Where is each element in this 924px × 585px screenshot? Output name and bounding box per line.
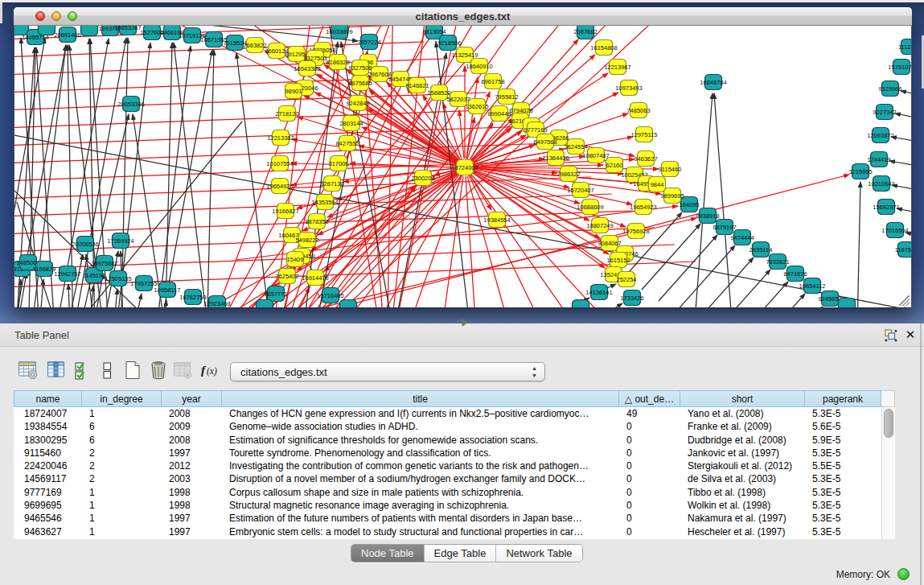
table-select-dropdown[interactable]: citations_edges.txt ▲▼ (230, 362, 545, 381)
graph-edge-citation (151, 50, 212, 308)
graph-node[interactable] (81, 26, 98, 36)
table-cell: 2012 (162, 459, 222, 472)
vertical-scrollbar[interactable] (881, 407, 895, 539)
toolbar-table-settings-icon[interactable] (16, 358, 40, 384)
graph-node-label: 2803144 (339, 120, 363, 127)
table-cell: 0 (619, 420, 680, 433)
table-cell: 1 (82, 512, 162, 525)
graph-node-label: 3215955 (848, 168, 872, 175)
graph-node-label: 18640910 (466, 63, 492, 70)
table-row[interactable]: 946554611997Estimation of the future num… (14, 512, 881, 525)
network-view-window: citations_edges.txt 14055714206914061993… (14, 7, 912, 308)
window-resize-grip[interactable] (899, 295, 910, 306)
table-row[interactable]: 969969511998Structural magnetic resonanc… (14, 499, 881, 512)
window-titlebar[interactable]: citations_edges.txt (14, 7, 912, 26)
toolbar-delete-trash-icon[interactable] (146, 358, 170, 384)
graph-node[interactable] (39, 26, 55, 35)
column-header-pagerank[interactable]: pagerank (805, 390, 881, 407)
table-cell: Estimation of significance thresholds fo… (222, 434, 619, 447)
graph-edge-citation (623, 212, 682, 278)
close-panel-icon[interactable]: ✕ (904, 328, 917, 341)
graph-node[interactable] (257, 300, 273, 309)
toolbar-row-boxes-icon[interactable] (96, 358, 120, 384)
graph-node[interactable] (573, 300, 589, 309)
graph-node-label: 9899695 (660, 192, 684, 200)
memory-ok-icon (897, 568, 910, 580)
graph-node-label: 12213382 (267, 134, 294, 142)
tab-network-table[interactable]: Network Table (496, 545, 581, 562)
toolbar-select-rows-icon[interactable] (72, 358, 96, 384)
table-row[interactable]: 1872400712008Changes of HCN gene express… (14, 407, 881, 420)
table-cell: 14569117 (14, 472, 82, 485)
table-toolbar: f(x) citations_edges.txt ▲▼ (0, 347, 924, 385)
graph-node-label: 19654923 (630, 204, 656, 211)
table-cell: 2 (82, 447, 162, 459)
column-header-name[interactable]: name (14, 390, 82, 407)
table-cell: 1997 (162, 512, 222, 525)
graph-node-label: 16154808 (590, 44, 617, 51)
table-cell: 1998 (162, 486, 222, 499)
graph-node-label: 8938918 (696, 212, 719, 220)
table-header-row: namein_degreeyeartitle△ out_de…shortpage… (14, 390, 881, 407)
graph-edge-citation (642, 224, 700, 290)
svg-text:f: f (201, 364, 207, 377)
toolbar-delete-table-disabled-icon[interactable] (170, 358, 195, 384)
graph-node-label: 2718120 (275, 110, 298, 117)
table-row[interactable]: 946362711997Embryonic stem cells: a mode… (14, 525, 881, 538)
column-header-short[interactable]: short (680, 390, 805, 407)
table-panel-title: Table Panel (14, 329, 69, 341)
graph-node-label: 8427552 (335, 140, 359, 147)
toolbar-new-document-icon[interactable] (121, 358, 145, 384)
graph-node-label: 9657771 (264, 290, 287, 298)
graph-edge-directed (459, 110, 464, 159)
float-panel-icon[interactable] (885, 329, 897, 342)
table-row[interactable]: 977716911998Corpus callosum shape and si… (14, 486, 881, 499)
graph-node-label: 12942757 (54, 270, 80, 278)
graph-node-label: 16648784 (700, 79, 726, 86)
table-cell: 9463627 (14, 525, 82, 538)
column-header-title[interactable]: title (222, 390, 619, 407)
graph-edge-citation (607, 284, 616, 288)
toolbar-table-columns-icon[interactable] (44, 358, 68, 384)
graph-node-label: 15692971 (873, 204, 899, 211)
graph-node-label: 20053346 (117, 101, 144, 108)
column-header-year[interactable]: year (162, 390, 222, 407)
table-cell: Changes of HCN gene expression and I(f) … (222, 407, 619, 420)
graph-node-label: 2087682 (573, 28, 597, 35)
table-row[interactable]: 1830029562008Estimation of significance … (14, 434, 881, 447)
table-row[interactable]: 2242004622012Investigating the contribut… (14, 459, 881, 472)
table-cell: Franke et al. (2009) (680, 420, 805, 433)
toolbar-function-fx-icon[interactable]: f(x) (198, 358, 222, 384)
table-row[interactable]: 911546021997Tourette syndrome. Phenomeno… (14, 447, 881, 459)
graph-node-label: 2300203 (411, 175, 434, 182)
column-header-in_degree[interactable]: in_degree (82, 390, 162, 407)
graph-node-label: 9844 (651, 181, 664, 188)
table-body: 1872400712008Changes of HCN gene express… (14, 407, 881, 539)
table-cell: Structural magnetic resonance image aver… (222, 499, 619, 512)
table-cell: 1 (82, 407, 162, 420)
table-cell: 5.3E-5 (805, 499, 881, 512)
graph-node-label: 19756928 (622, 228, 649, 235)
table-cell: Embryonic stem cells: a model to study s… (222, 525, 619, 538)
table-cell: Tibbo et al. (1998) (680, 486, 805, 499)
graph-node-label: 10654112 (799, 282, 826, 290)
table-cell: Investigating the contribution of common… (222, 459, 619, 472)
network-canvas[interactable]: 1405571420691406199371910653267152760264… (14, 26, 912, 308)
graph-node[interactable] (839, 299, 856, 309)
table-cell: 1998 (162, 499, 222, 512)
graph-node-label: 8878352 (305, 218, 328, 225)
graph-node[interactable] (340, 300, 357, 309)
scrollbar-thumb[interactable] (884, 409, 893, 438)
table-cell: Nakamura et al. (1997) (680, 512, 805, 525)
graph-edge-citation (129, 294, 142, 308)
graph-edge-citation (892, 185, 912, 196)
tab-edge-table[interactable]: Edge Table (425, 545, 497, 562)
table-cell: Genome–wide association studies in ADHD. (222, 420, 619, 433)
table-row[interactable]: 1456911722003Disruption of a novel membe… (14, 472, 881, 485)
graph-node-label: 62160 (606, 162, 623, 169)
column-header-out_de[interactable]: △ out_de… (619, 390, 680, 407)
graph-edge-citation (206, 50, 214, 308)
tab-node-table[interactable]: Node Table (351, 545, 425, 562)
table-row[interactable]: 1938455462009Genome–wide association stu… (14, 420, 881, 433)
graph-node-label: 8471676 (783, 270, 807, 278)
